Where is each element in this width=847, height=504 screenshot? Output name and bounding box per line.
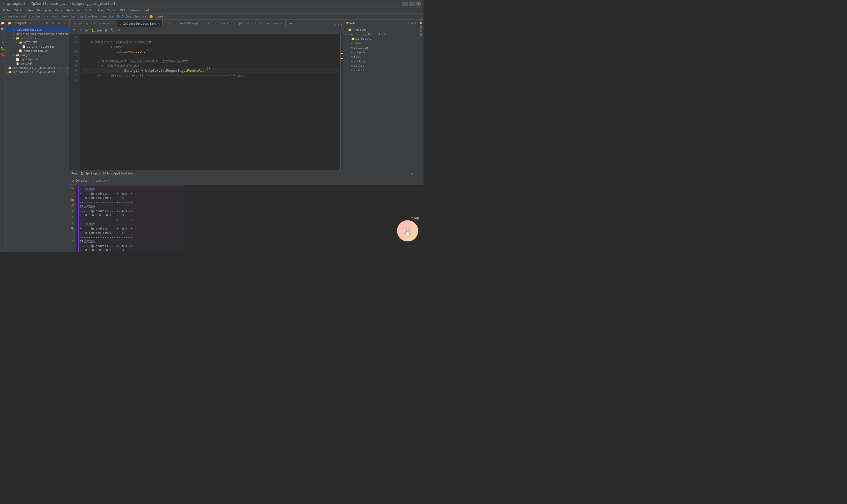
maven-package[interactable]: ⚙ package	[344, 59, 418, 64]
maven-settings-icon[interactable]: ⚙	[414, 21, 416, 25]
tab-springboot-app[interactable]: ☕ Springboot08SsmpApplication.java ✕	[163, 20, 231, 27]
tab-close-icon[interactable]: ✕	[281, 22, 283, 25]
tab-console[interactable]: ⊡ Console	[69, 177, 90, 184]
maven-sync-icon[interactable]: ⟳	[408, 21, 410, 25]
tree-item-ipcountservice[interactable]: ☕ IpCountService	[6, 28, 69, 32]
settings-icon[interactable]: ⚙	[56, 21, 61, 26]
breadcrumb-service[interactable]: service	[102, 15, 113, 18]
add-button[interactable]: +	[78, 28, 83, 33]
tab-project[interactable]: ip_spring_boot_starter ✕	[69, 20, 117, 27]
maven-lifecycle[interactable]: ▾ 📁 Lifecycle	[344, 37, 418, 41]
clear-icon[interactable]: 🗑	[70, 209, 75, 214]
tree-item-meta-inf[interactable]: ▸ 📁 META-INF	[6, 40, 69, 44]
tab-close-icon[interactable]: ✕	[112, 22, 114, 25]
gear-icon[interactable]: ⚙	[70, 238, 75, 243]
coverage-button[interactable]: ▶▶	[97, 28, 102, 33]
maven-verify[interactable]: ⚙ verify	[344, 64, 418, 68]
filter-icon[interactable]: 🔍	[70, 226, 75, 231]
maximize-button[interactable]: □	[409, 2, 415, 6]
menu-edit[interactable]: Edit	[13, 8, 24, 13]
sidebar-icon-vcs[interactable]: ⑂	[1, 33, 5, 38]
run-settings-icon[interactable]: ⚙	[410, 171, 415, 176]
maven-execute-icon[interactable]: ▶	[411, 21, 413, 25]
scroll-bottom-icon[interactable]: ⬇	[70, 220, 75, 225]
run-minimize-icon[interactable]: —	[416, 171, 421, 176]
tree-item-application-yml[interactable]: 📝 application.yml	[6, 49, 69, 53]
sync-icon[interactable]: ⟳	[45, 21, 50, 26]
tab-ipcountservice[interactable]: ☕ IpCountService.java ✕	[117, 20, 163, 27]
menu-code[interactable]: Code	[53, 8, 64, 13]
scroll-top-icon[interactable]: ⬆	[70, 215, 75, 219]
menu-run[interactable]: Run	[95, 8, 105, 13]
tree-item-gitignore[interactable]: 📄 .gitignore	[6, 57, 69, 61]
breadcrumb-method[interactable]: 🟠 count	[149, 15, 164, 18]
chevron-down-icon[interactable]: ▾	[338, 23, 340, 27]
code-content[interactable]: //调用这个方法，就可以统计ip的访问次数 1 usage public voi…	[80, 34, 340, 170]
sync-button[interactable]: ⟳	[71, 28, 77, 33]
debug-toolbar-button[interactable]: 🐛	[91, 28, 96, 33]
tab-close-icon[interactable]: ✕	[298, 22, 300, 25]
maven-validate[interactable]: ⚙ validate	[344, 46, 418, 50]
breadcrumb-src[interactable]: src	[43, 15, 49, 18]
build-button[interactable]: 🔨	[110, 28, 115, 33]
maven-install[interactable]: ⚙ install	[344, 68, 418, 73]
tab-por[interactable]: por ▾ ✕	[285, 20, 303, 27]
stop-icon[interactable]: ⏹	[70, 197, 75, 202]
tree-item-spring-factories[interactable]: 📄 spring.factories	[6, 44, 69, 49]
run-toolbar-button[interactable]: ▶	[84, 28, 89, 33]
tree-item-application[interactable]: ☕ IpSpringBootStarterApplication	[6, 32, 69, 36]
title-bar-controls[interactable]: — □ ✕	[402, 2, 421, 6]
sidebar-icon-project[interactable]: 📁	[1, 21, 5, 25]
menu-navigate[interactable]: Navigate	[35, 8, 53, 13]
breadcrumb-main[interactable]: main	[52, 15, 59, 18]
breadcrumb-dingjiaxiong[interactable]: dingjiaxiong	[77, 15, 98, 18]
menu-tools[interactable]: Tools	[105, 8, 118, 13]
minimize-button[interactable]: —	[402, 2, 408, 6]
run-app-name[interactable]: Springboot08SsmpApplication	[86, 172, 133, 175]
run-close-icon[interactable]: ✕	[134, 172, 136, 175]
soft-wrap-icon[interactable]: ↵	[70, 232, 75, 237]
stop-button[interactable]: ⏹	[103, 28, 109, 33]
menu-help[interactable]: Help	[142, 8, 154, 13]
tree-item-target[interactable]: ▸ 📁 target	[6, 53, 69, 57]
breadcrumb-project[interactable]: ip_spring_boot_starter	[2, 15, 41, 18]
menu-refactor[interactable]: Refactor	[64, 8, 83, 13]
close-button[interactable]: ✕	[416, 2, 421, 6]
maven-root[interactable]: ▾ ☕ ip_spring_boot_starter	[344, 32, 418, 37]
refresh-button[interactable]: ↺	[116, 28, 121, 33]
maven-clean[interactable]: ⚙ clean	[344, 41, 418, 46]
breadcrumb-java[interactable]: java	[61, 15, 69, 18]
sidebar-icon-bookmarks[interactable]: 🔖	[1, 52, 5, 57]
breadcrumb-class[interactable]: 🔵 IpCountService	[116, 15, 146, 18]
sidebar-icon-debug[interactable]: 🐛	[1, 46, 5, 51]
maven-compile[interactable]: ⚙ compile	[344, 50, 418, 55]
more-icon[interactable]: ⋯	[62, 21, 67, 26]
menu-file[interactable]: File	[1, 8, 13, 13]
rerun-icon[interactable]: ↺	[70, 192, 75, 196]
sidebar-icon-structure[interactable]: ≡	[1, 59, 5, 64]
code-line-31: // System.out.println("=================…	[82, 73, 338, 78]
more-toolbar-button[interactable]: ⋯	[122, 28, 128, 33]
tab-actuator[interactable]: ⚡ Actuator	[90, 177, 113, 184]
collapse-icon[interactable]: ⊖	[51, 21, 55, 26]
menu-view[interactable]: View	[23, 8, 35, 13]
tab-close-icon[interactable]: ✕	[227, 22, 228, 25]
tab-autoconfig[interactable]: ☕ IpAutoConfiguration.java ✕	[231, 20, 286, 27]
sidebar-icon-run[interactable]: ▶	[1, 40, 5, 44]
tree-item-resources[interactable]: ▸ 📁 resources	[6, 36, 69, 40]
breadcrumb-cn[interactable]: cn	[71, 15, 75, 18]
menu-vcs[interactable]: VCS	[118, 8, 128, 13]
tree-item-pom[interactable]: 📋 pom.xml	[6, 61, 69, 66]
run-green-icon[interactable]: ▶	[70, 185, 75, 190]
tab-close-icon[interactable]: ✕	[158, 22, 160, 25]
settings-icon[interactable]: ⚙	[341, 23, 343, 27]
tree-item-quickstart1[interactable]: ▸ 📁 springboot_01_01_quickstart D:\DingJ…	[6, 66, 69, 70]
sidebar-icon-search[interactable]: 🔍	[1, 27, 5, 32]
pin-icon[interactable]: 📌	[70, 203, 75, 208]
menu-build[interactable]: Build	[83, 8, 95, 13]
maven-test[interactable]: ⚙ test	[344, 55, 418, 59]
maven-profiles[interactable]: ▸ 📁 Profiles	[344, 28, 418, 32]
menu-window[interactable]: Window	[128, 8, 142, 13]
tree-item-quickstart2[interactable]: ▸ 📁 springboot_01_02_quickstart D:\DingJ…	[6, 70, 69, 74]
database-icon[interactable]: Database	[418, 27, 423, 32]
